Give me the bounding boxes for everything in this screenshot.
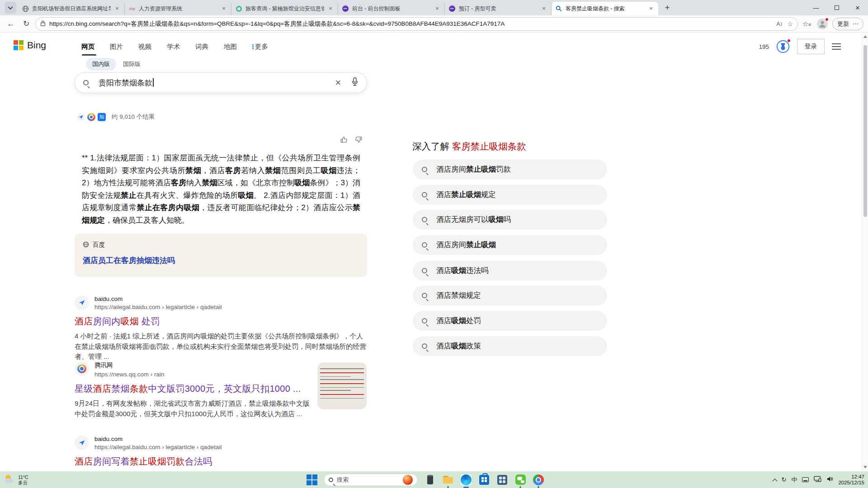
related-search-item[interactable]: 酒店吸烟违法吗 (413, 261, 607, 281)
tab-close-icon[interactable]: × (113, 5, 121, 12)
globe-icon (83, 241, 89, 249)
result-title[interactable]: 酒店房间写着禁止吸烟罚款合法吗 (75, 455, 371, 468)
nav-web[interactable]: 网页 (81, 42, 94, 51)
minimize-button[interactable]: — (806, 0, 826, 15)
result-source[interactable]: baidu.com https://ailegal.baidu.com › le… (75, 436, 371, 450)
tab-guest-query[interactable]: 旅客查询 - 紫楠旅馆业治安信息管 × (231, 2, 338, 15)
tab-front-desk[interactable]: 前台 - 前台控制面板 × (338, 2, 445, 15)
nav-videos[interactable]: 视频 (138, 42, 151, 51)
hidden-icons-chevron[interactable] (772, 479, 777, 483)
tab-close-icon[interactable]: × (434, 5, 441, 12)
taskbar-clock[interactable]: 12:47 2025/12/15 (838, 474, 864, 486)
nav-dictionary[interactable]: 词典 (195, 42, 208, 51)
tab-search-button[interactable] (5, 2, 16, 14)
chrome-icon[interactable] (533, 474, 544, 486)
signin-button[interactable]: 登录 (797, 39, 825, 54)
tab-search-active[interactable]: 客房禁止吸烟条款 - 搜索 × (552, 2, 658, 15)
file-explorer-icon[interactable] (442, 474, 454, 486)
calculator-icon[interactable] (496, 474, 508, 486)
ime-chinese-icon[interactable]: 中 (791, 476, 797, 484)
ailegal-favicon (75, 296, 89, 310)
tab-close-icon[interactable]: × (220, 5, 227, 12)
rewards-medal-icon[interactable] (776, 40, 790, 53)
chevron-down-icon (8, 5, 13, 9)
citation-source-name: 百度 (93, 241, 105, 249)
lock-icon (40, 20, 46, 28)
result-source[interactable]: baidu.com https://ailegal.baidu.com › le… (75, 296, 371, 310)
thumbs-up-icon[interactable] (340, 136, 348, 145)
header-right: 195 登录 (759, 39, 841, 54)
nav-images[interactable]: 图片 (110, 42, 123, 51)
tab-title: 人力资源管理系统 (139, 5, 217, 13)
tab-title: 预订 - 房型可卖 (459, 5, 538, 13)
edge-browser-icon[interactable] (460, 474, 472, 486)
back-button[interactable]: ← (5, 18, 17, 30)
wechat-icon[interactable] (514, 474, 526, 486)
hamburger-menu-icon[interactable] (832, 42, 841, 52)
tab-hotel-system[interactable]: 贵阳机场智选假日酒店系统网址导 × (18, 2, 125, 15)
windows-start-button[interactable] (307, 474, 317, 485)
nav-maps[interactable]: 地图 (224, 42, 237, 51)
tab-hr-system[interactable]: Shiji 人力资源管理系统 × (125, 2, 231, 15)
related-search-item[interactable]: 酒店禁烟规定 (413, 286, 607, 305)
refresh-button[interactable]: ↻ (20, 18, 33, 30)
related-search-item[interactable]: 酒店房间禁止吸烟罚款 (413, 160, 607, 179)
search-icon (329, 478, 333, 482)
related-search-item[interactable]: 酒店禁止吸烟规定 (413, 185, 607, 205)
weather-icon (5, 474, 15, 485)
page-scrollbar[interactable] (862, 33, 868, 471)
thumbs-down-icon[interactable] (354, 136, 363, 145)
citation-card[interactable]: 百度 酒店员工在客房抽烟违法吗 (75, 234, 367, 277)
search-result: baidu.com https://ailegal.baidu.com › le… (75, 436, 371, 468)
taskbar-weather-widget[interactable]: 11°C多云 (5, 474, 28, 485)
bing-logo[interactable]: Bing (14, 40, 46, 51)
nav-more[interactable]: 更多 (252, 42, 268, 51)
tab-close-icon[interactable]: × (647, 5, 655, 12)
scroll-down-arrow[interactable] (863, 466, 867, 469)
citation-link[interactable]: 酒店员工在客房抽烟违法吗 (83, 255, 359, 266)
tab-close-icon[interactable]: × (327, 5, 334, 12)
sync-icon[interactable]: ↻ (782, 476, 787, 483)
new-tab-button[interactable]: + (661, 1, 674, 14)
search-box[interactable]: 贵阳市禁烟条款 ✕ (75, 72, 367, 93)
ailegal-favicon (77, 113, 85, 121)
device-app-icon[interactable] (424, 474, 436, 486)
url-text: https://cn.bing.com/search?q=客房禁止吸烟条款&qs… (49, 20, 772, 28)
close-button[interactable]: ✕ (847, 0, 868, 15)
search-query[interactable]: 贵阳市禁烟条款 (99, 78, 335, 88)
taskbar-search-placeholder: 搜索 (337, 476, 399, 484)
scroll-up-arrow[interactable] (863, 35, 867, 38)
tab-booking[interactable]: 预订 - 房型可卖 × (445, 2, 552, 15)
scrollbar-thumb[interactable] (863, 45, 867, 217)
favorites-hub-icon[interactable]: ☆≡ (801, 20, 812, 28)
related-search-item[interactable]: 酒店无烟房可以吸烟吗 (413, 210, 607, 230)
rewards-points[interactable]: 195 (759, 43, 769, 50)
result-title[interactable]: 酒店房间内吸烟 处罚 (75, 315, 371, 328)
microphone-icon[interactable] (351, 77, 359, 88)
related-search-item[interactable]: 酒店吸烟处罚 (413, 311, 607, 331)
tab-close-icon[interactable]: × (540, 5, 547, 12)
favorite-star-icon[interactable]: ☆ (787, 20, 793, 28)
result-site: 腾讯网 (94, 361, 165, 370)
keyboard-icon[interactable] (802, 477, 809, 482)
related-search-item[interactable]: 酒店房间禁止吸烟 (413, 235, 607, 255)
profile-avatar[interactable] (817, 19, 828, 29)
clear-search-icon[interactable]: ✕ (335, 78, 341, 88)
region-tab-domestic[interactable]: 国内版 (86, 58, 116, 70)
tab-title: 前台 - 前台控制面板 (352, 5, 431, 13)
settings-dots-icon[interactable]: ⋯ (853, 20, 859, 27)
taskbar-search[interactable]: 搜索 (324, 474, 418, 486)
result-thumbnail[interactable] (317, 362, 367, 409)
address-bar[interactable]: https://cn.bing.com/search?q=客房禁止吸烟条款&qs… (35, 17, 798, 31)
result-snippet: 9月24日，有网友发帖称，湖北省武汉市富力威斯汀酒店，禁止吸烟条款中文版中处罚金… (75, 399, 311, 419)
volume-icon[interactable] (826, 476, 833, 484)
related-search-item[interactable]: 酒店吸烟政策 (413, 336, 607, 356)
maximize-button[interactable] (826, 0, 847, 15)
update-button[interactable]: 更新 ⋯ (832, 18, 863, 30)
region-tab-international[interactable]: 国际版 (117, 58, 147, 70)
read-aloud-icon[interactable]: A⟩ (777, 21, 783, 27)
nav-academic[interactable]: 学术 (167, 42, 180, 51)
purple-circle-icon (342, 5, 349, 12)
microsoft-store-icon[interactable] (478, 474, 490, 486)
display-cast-icon[interactable] (814, 476, 821, 484)
